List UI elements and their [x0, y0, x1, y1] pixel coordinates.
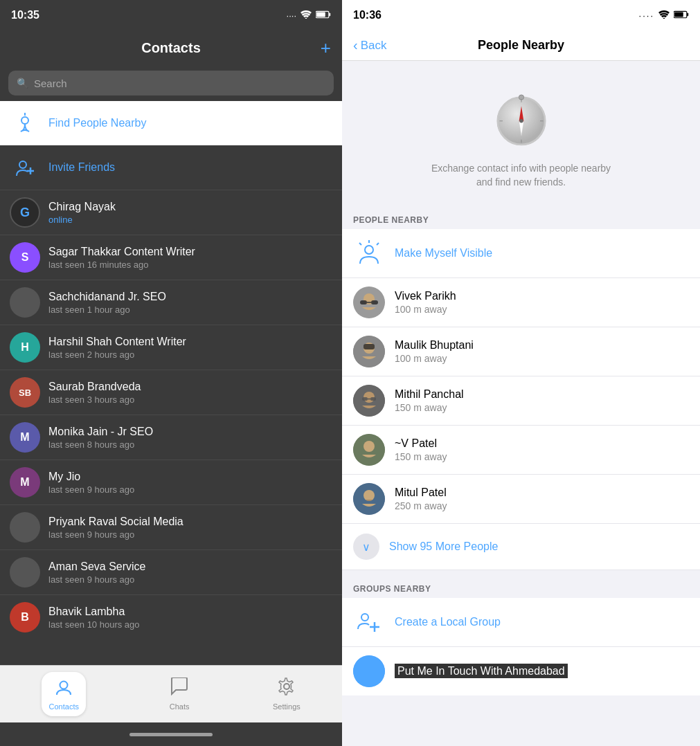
- svg-rect-30: [360, 300, 367, 304]
- svg-point-24: [365, 246, 373, 254]
- make-visible-label: Make Myself Visible: [395, 247, 492, 260]
- dots-icon: ····: [287, 10, 296, 21]
- contact-info: Priyank Raval Social Media last seen 9 h…: [48, 516, 332, 540]
- contact-name: Mithil Panchal: [395, 388, 464, 401]
- tab-contacts[interactable]: Contacts: [42, 672, 86, 716]
- find-people-nearby-item[interactable]: Find People Nearby: [0, 101, 342, 145]
- add-contact-button[interactable]: +: [321, 37, 331, 59]
- create-group-icon: [353, 606, 385, 638]
- svg-point-48: [353, 655, 385, 687]
- svg-rect-12: [687, 12, 688, 16]
- list-item[interactable]: Mithil Panchal 150 m away: [342, 376, 700, 426]
- avatar: [353, 286, 385, 318]
- avatar: M: [10, 422, 40, 453]
- contacts-title: Contacts: [141, 40, 201, 56]
- avatar: [353, 385, 385, 417]
- contact-name: Sachchidanand Jr. SEO: [48, 291, 332, 303]
- invite-friends-info: Invite Friends: [48, 161, 332, 174]
- search-input[interactable]: 🔍 Search: [8, 71, 334, 95]
- invite-friends-item[interactable]: Invite Friends: [0, 145, 342, 190]
- list-item[interactable]: Aman Seva Service last seen 9 hours ago: [0, 550, 342, 595]
- left-status-bar: 10:35 ····: [0, 0, 342, 30]
- section-divider: [342, 570, 700, 579]
- show-more-people-button[interactable]: ∨ Show 95 More People: [342, 524, 700, 570]
- put-me-info: Put Me In Touch With Ahmedabad: [395, 665, 568, 677]
- contact-name: Mitul Patel: [395, 486, 447, 499]
- search-placeholder: Search: [34, 78, 67, 89]
- back-label: Back: [361, 39, 387, 53]
- avatar: SB: [10, 377, 40, 408]
- create-group-info: Create a Local Group: [395, 616, 501, 628]
- list-item[interactable]: Priyank Raval Social Media last seen 9 h…: [0, 505, 342, 550]
- contact-status: last seen 16 minutes ago: [48, 260, 332, 270]
- hero-description: Exchange contact info with people nearby…: [431, 162, 611, 189]
- right-nav: ‹ Back People Nearby: [342, 30, 700, 61]
- list-item[interactable]: SB Saurab Brandveda last seen 3 hours ag…: [0, 370, 342, 415]
- contacts-tab-label: Contacts: [49, 702, 79, 711]
- contact-status: last seen 9 hours ago: [48, 574, 332, 585]
- search-icon: 🔍: [17, 78, 28, 89]
- list-item[interactable]: Maulik Bhuptani 100 m away: [342, 327, 700, 376]
- back-chevron-icon: ‹: [353, 37, 358, 53]
- contact-name: Chirag Nayak: [48, 201, 332, 213]
- contact-info: Sachchidanand Jr. SEO last seen 1 hour a…: [48, 291, 332, 315]
- dots-icon: ····: [639, 10, 654, 21]
- svg-rect-31: [371, 300, 378, 304]
- contact-info: Monika Jain - Jr SEO last seen 8 hours a…: [48, 426, 332, 450]
- svg-rect-3: [316, 12, 325, 17]
- search-bar-container: 🔍 Search: [0, 65, 342, 101]
- avatar: S: [10, 242, 40, 273]
- make-visible-info: Make Myself Visible: [395, 247, 492, 260]
- home-indicator: [0, 722, 342, 746]
- invite-friends-icon: [10, 152, 40, 183]
- contact-distance: 100 m away: [395, 304, 456, 315]
- list-item[interactable]: B Bhavik Lambha last seen 10 hours ago: [0, 595, 342, 639]
- chats-tab-label: Chats: [170, 702, 190, 711]
- battery-icon: [674, 10, 689, 21]
- contact-info: Vivek Parikh 100 m away: [395, 290, 456, 315]
- list-item[interactable]: M My Jio last seen 9 hours ago: [0, 460, 342, 505]
- tab-contacts-bg: Contacts: [42, 672, 86, 716]
- contact-info: Aman Seva Service last seen 9 hours ago: [48, 561, 332, 585]
- back-button[interactable]: ‹ Back: [353, 37, 386, 53]
- contact-info: Saurab Brandveda last seen 3 hours ago: [48, 381, 332, 405]
- contact-info: Harshil Shah Content Writer last seen 2 …: [48, 336, 332, 360]
- contact-info: ~V Patel 150 m away: [395, 437, 447, 462]
- contact-name: My Jio: [48, 471, 332, 483]
- svg-rect-2: [329, 12, 330, 16]
- list-item[interactable]: H Harshil Shah Content Writer last seen …: [0, 325, 342, 370]
- put-me-in-touch-item[interactable]: Put Me In Touch With Ahmedabad: [342, 647, 700, 695]
- contact-name: Sagar Thakkar Content Writer: [48, 246, 332, 258]
- contact-name: ~V Patel: [395, 437, 447, 450]
- create-local-group-item[interactable]: Create a Local Group: [342, 598, 700, 647]
- list-item[interactable]: M Monika Jain - Jr SEO last seen 8 hours…: [0, 415, 342, 460]
- contact-distance: 150 m away: [395, 402, 464, 413]
- list-item[interactable]: Vivek Parikh 100 m away: [342, 278, 700, 327]
- svg-point-9: [284, 684, 289, 689]
- contact-name: Saurab Brandveda: [48, 381, 332, 393]
- tab-chats[interactable]: Chats: [170, 677, 190, 711]
- contact-name: Bhavik Lambha: [48, 606, 332, 618]
- svg-point-4: [21, 117, 28, 124]
- settings-tab-label: Settings: [273, 702, 300, 711]
- make-myself-visible-item[interactable]: Make Myself Visible: [342, 229, 700, 278]
- svg-point-10: [663, 17, 665, 18]
- chats-tab-icon: [170, 677, 188, 700]
- list-item[interactable]: G Chirag Nayak online: [0, 190, 342, 235]
- tab-settings[interactable]: Settings: [273, 677, 300, 711]
- home-bar: [129, 733, 213, 736]
- contact-status: last seen 2 hours ago: [48, 349, 332, 360]
- contact-info: My Jio last seen 9 hours ago: [48, 471, 332, 495]
- contact-distance: 250 m away: [395, 500, 447, 511]
- list-item[interactable]: Sachchidanand Jr. SEO last seen 1 hour a…: [0, 280, 342, 325]
- svg-point-44: [364, 490, 375, 501]
- list-item[interactable]: Mitul Patel 250 m away: [342, 475, 700, 524]
- list-item[interactable]: S Sagar Thakkar Content Writer last seen…: [0, 235, 342, 280]
- right-time: 10:36: [353, 9, 382, 21]
- people-nearby-list: PEOPLE NEARBY Make Myself Visible: [342, 210, 700, 746]
- list-item[interactable]: ~V Patel 150 m away: [342, 426, 700, 475]
- svg-line-26: [377, 243, 379, 245]
- contact-status: last seen 10 hours ago: [48, 619, 332, 630]
- compass-icon: [490, 89, 553, 151]
- contact-info: Mithil Panchal 150 m away: [395, 388, 464, 413]
